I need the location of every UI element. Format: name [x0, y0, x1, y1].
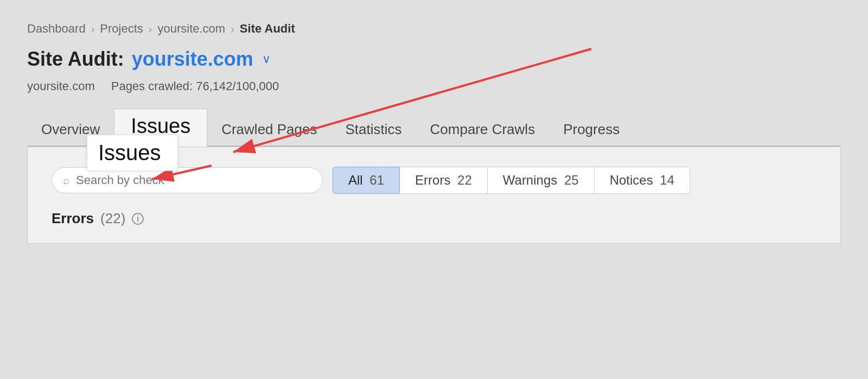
- chevron-down-icon[interactable]: ∨: [262, 52, 271, 66]
- breadcrumb-sep-3: ›: [231, 23, 234, 35]
- filter-warnings-label: Warnings: [503, 173, 557, 187]
- search-icon: ⌕: [63, 174, 69, 187]
- filter-all[interactable]: All 61: [333, 167, 400, 194]
- breadcrumb-dashboard[interactable]: Dashboard: [27, 22, 86, 36]
- filter-errors-count: 22: [457, 173, 472, 187]
- search-input[interactable]: [76, 173, 311, 187]
- filter-all-count: 61: [369, 173, 384, 187]
- breadcrumb-projects[interactable]: Projects: [100, 22, 143, 36]
- issues-annotation-box: Issues: [87, 135, 178, 171]
- filter-errors-label: Errors: [415, 173, 450, 187]
- errors-count: (22): [100, 210, 125, 227]
- page-title-row: Site Audit: yoursite.com ∨: [27, 48, 841, 71]
- tab-statistics[interactable]: Statistics: [331, 116, 416, 146]
- filter-notices[interactable]: Notices 14: [595, 167, 690, 194]
- errors-section: Errors (22) i: [52, 210, 816, 227]
- breadcrumb-sep-2: ›: [149, 23, 152, 35]
- filter-warnings[interactable]: Warnings 25: [488, 167, 595, 194]
- search-box: ⌕: [52, 167, 323, 193]
- filter-buttons: All 61 Errors 22 Warnings 25 Notices 14: [333, 167, 690, 194]
- errors-title: Errors (22) i: [52, 210, 816, 227]
- subtitle-site: yoursite.com: [27, 79, 95, 93]
- breadcrumb-current: Site Audit: [240, 22, 295, 36]
- breadcrumb-sep-1: ›: [91, 23, 95, 35]
- filter-errors[interactable]: Errors 22: [400, 167, 488, 194]
- issues-annotation-label: Issues: [98, 141, 161, 165]
- filter-warnings-count: 25: [564, 173, 579, 187]
- filter-notices-label: Notices: [610, 173, 653, 187]
- breadcrumb-site[interactable]: yoursite.com: [157, 22, 225, 36]
- filter-notices-count: 14: [660, 173, 674, 187]
- tab-progress[interactable]: Progress: [549, 116, 634, 146]
- page-title-site[interactable]: yoursite.com: [132, 48, 253, 71]
- errors-label: Errors: [52, 210, 94, 227]
- tab-compare-crawls[interactable]: Compare Crawls: [416, 116, 550, 146]
- subtitle-pages-crawled: Pages crawled: 76,142/100,000: [111, 79, 279, 93]
- page-title-label: Site Audit:: [27, 48, 124, 71]
- tab-crawled-pages[interactable]: Crawled Pages: [207, 116, 331, 146]
- filter-all-label: All: [348, 173, 363, 187]
- subtitle-row: yoursite.com Pages crawled: 76,142/100,0…: [27, 79, 841, 93]
- breadcrumb: Dashboard › Projects › yoursite.com › Si…: [27, 22, 841, 36]
- page-wrapper: Dashboard › Projects › yoursite.com › Si…: [0, 0, 868, 379]
- info-icon[interactable]: i: [132, 213, 144, 225]
